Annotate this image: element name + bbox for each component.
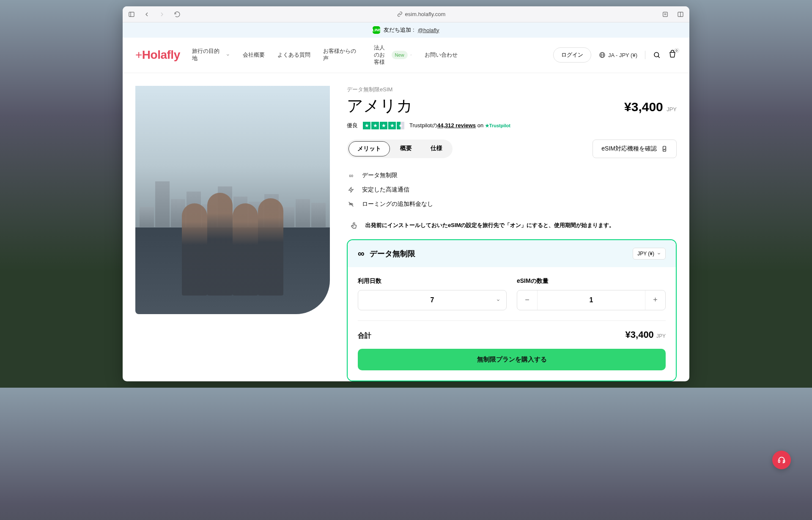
plan-box: ∞データ無制限 JPY (¥) 利用日数 7 eSIMの数量 − [347,239,677,381]
cart-button[interactable]: 0 [668,50,677,60]
device-check-icon [661,145,668,152]
divider [645,51,645,59]
reload-icon[interactable] [173,11,181,18]
feature-speed: 安定した高速通信 [347,183,677,197]
announce-link[interactable]: @holafly [418,27,439,33]
rating-label: 優良 [347,122,358,129]
check-device-button[interactable]: eSIM対応機種を確認 [593,140,677,158]
product-image [135,86,330,314]
check-device-label: eSIM対応機種を確認 [601,145,657,153]
install-note: 出発前にインストールしておいたeSIMの設定を旅行先で「オン」にすると、使用期間… [347,222,677,229]
feature-unlimited: ∞データ無制限 [347,168,677,183]
star-rating: ★★★★★ [363,122,404,129]
currency-selector[interactable]: JPY (¥) [633,248,666,260]
no-roaming-icon [347,201,355,208]
total-label: 合計 [358,331,371,340]
login-button[interactable]: ログイン [553,47,591,63]
product-subtitle: データ無制限eSIM [347,86,677,93]
tab-merit[interactable]: メリット [348,141,390,156]
line-icon: LINE [373,26,380,34]
svg-rect-0 [129,12,134,16]
chevron-down-icon [410,53,412,57]
tab-overview[interactable]: 概要 [392,141,420,156]
qty-label: eSIMの数量 [517,277,666,285]
nav-contact[interactable]: お問い合わせ [425,44,458,66]
feature-roaming: ローミングの追加料金なし [347,197,677,211]
chevron-down-icon [496,298,500,302]
chevron-down-icon [226,53,230,57]
nav-business[interactable]: 法人のお客様New [374,44,412,66]
new-badge: New [392,51,408,59]
logo[interactable]: Holafly [135,48,180,62]
tabs-icon[interactable] [677,11,684,18]
nav-destinations[interactable]: 旅行の目的地 [192,44,230,66]
svg-point-10 [654,52,659,57]
feature-list: ∞データ無制限 安定した高速通信 ローミングの追加料金なし [347,168,677,211]
back-icon[interactable] [143,11,151,18]
trustpilot-text[interactable]: Trustpilotの44,312 reviews on ★Trustpilot [409,122,510,129]
site-header: Holafly 旅行の目的地 会社概要 よくある質問 お客様からの声 法人のお客… [123,38,689,73]
browser-toolbar: esim.holafly.com [123,6,689,22]
tab-group: メリット 概要 仕様 [347,140,453,158]
chevron-down-icon [657,252,661,256]
nav-faq[interactable]: よくある質問 [277,44,310,66]
svg-marker-13 [349,187,354,192]
bolt-icon [347,187,355,193]
product-price: ¥3,400 JPY [624,100,677,114]
plan-title: ∞データ無制限 [358,248,415,259]
url-text: esim.holafly.com [405,11,446,17]
days-selector[interactable]: 7 [358,290,507,310]
tab-spec[interactable]: 仕様 [422,141,451,156]
trustpilot-row: 優良 ★★★★★ Trustpilotの44,312 reviews on ★T… [347,122,677,129]
url-bar[interactable]: esim.holafly.com [189,11,654,17]
days-label: 利用日数 [358,277,507,285]
announce-text: 友だち追加 : [384,26,414,34]
search-icon[interactable] [653,51,661,59]
locale-text: JA - JPY (¥) [608,52,637,58]
announcement-bar: LINE 友だち追加 : @holafly [123,22,689,38]
nav-reviews[interactable]: お客様からの声 [323,44,361,66]
quantity-stepper: − 1 + [517,290,666,310]
sidebar-toggle-icon[interactable] [128,11,135,18]
infinity-icon: ∞ [358,248,365,259]
tap-icon [350,222,359,229]
svg-line-11 [658,56,660,58]
link-icon [397,11,403,17]
qty-increase-button[interactable]: + [645,290,665,310]
total-price: ¥3,400 JPY [625,329,666,340]
product-title: アメリカ [347,95,413,117]
reader-icon[interactable] [661,11,669,18]
cart-count: 0 [674,48,679,53]
main-nav: 旅行の目的地 会社概要 よくある質問 お客様からの声 法人のお客様New お問い… [192,44,541,66]
infinity-icon: ∞ [347,172,355,179]
svg-rect-2 [663,12,668,16]
nav-company[interactable]: 会社概要 [243,44,265,66]
qty-decrease-button[interactable]: − [517,290,538,310]
forward-icon[interactable] [158,11,166,18]
locale-selector[interactable]: JA - JPY (¥) [599,52,637,58]
buy-button[interactable]: 無制限プランを購入する [358,349,666,370]
globe-icon [599,52,606,58]
svg-rect-12 [663,146,666,151]
qty-value: 1 [538,290,645,310]
